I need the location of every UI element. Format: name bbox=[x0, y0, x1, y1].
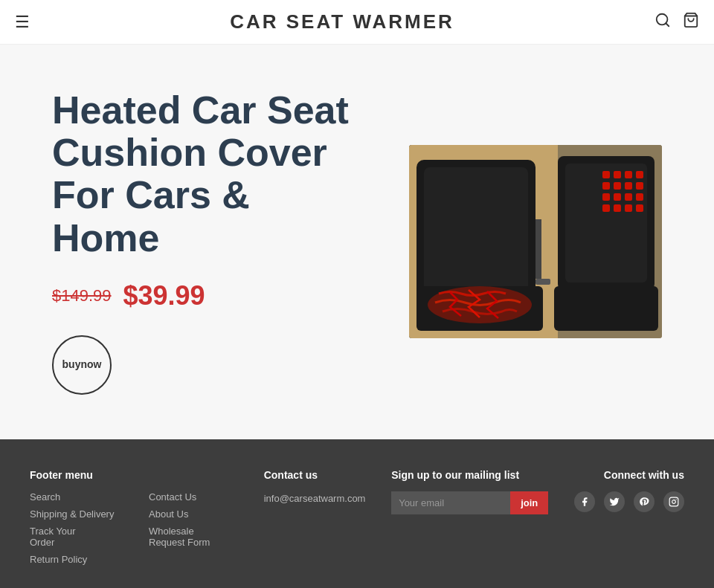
footer-menu-title: Footer menu bbox=[30, 469, 238, 481]
svg-line-1 bbox=[666, 23, 669, 26]
svg-rect-31 bbox=[669, 497, 678, 506]
svg-rect-14 bbox=[625, 171, 632, 178]
svg-rect-22 bbox=[625, 193, 632, 201]
footer: Footer menu Search Shipping & Delivery T… bbox=[0, 439, 714, 588]
mailing-input-row: join bbox=[391, 491, 548, 514]
svg-rect-20 bbox=[602, 193, 610, 201]
svg-rect-15 bbox=[636, 171, 643, 178]
hero-content: Heated Car Seat Cushion Cover For Cars &… bbox=[52, 89, 364, 395]
footer-contact-section: Contact us info@carseatwarm.com bbox=[264, 469, 366, 571]
footer-top: Footer menu Search Shipping & Delivery T… bbox=[30, 469, 684, 571]
instagram-icon[interactable] bbox=[663, 491, 684, 512]
pinterest-icon[interactable] bbox=[634, 491, 654, 512]
footer-link-track[interactable]: Track YourOrder bbox=[30, 526, 119, 548]
cart-icon[interactable] bbox=[683, 12, 699, 33]
search-icon[interactable] bbox=[654, 12, 671, 33]
footer-link-return[interactable]: Return Policy bbox=[30, 554, 119, 565]
footer-link-contact[interactable]: Contact Us bbox=[149, 491, 238, 503]
svg-rect-30 bbox=[536, 279, 550, 285]
facebook-icon[interactable] bbox=[574, 491, 595, 512]
svg-rect-17 bbox=[614, 182, 621, 190]
header: ☰ CAR SEAT WARMER bbox=[0, 0, 714, 45]
twitter-icon[interactable] bbox=[604, 491, 625, 512]
svg-rect-18 bbox=[625, 182, 632, 190]
sale-price: $39.99 bbox=[123, 280, 205, 311]
footer-connect-title: Connect with us bbox=[574, 469, 684, 481]
footer-col-1: Search Shipping & Delivery Track YourOrd… bbox=[30, 491, 119, 571]
footer-mailing-title: Sign up to our mailing list bbox=[391, 469, 548, 481]
svg-rect-29 bbox=[536, 219, 541, 279]
header-left: ☰ bbox=[15, 13, 30, 32]
social-icons bbox=[574, 491, 684, 512]
header-right bbox=[654, 12, 699, 33]
hero-section: Heated Car Seat Cushion Cover For Cars &… bbox=[0, 45, 714, 439]
svg-rect-24 bbox=[602, 204, 610, 212]
svg-rect-25 bbox=[614, 204, 621, 212]
svg-rect-26 bbox=[625, 204, 632, 212]
svg-rect-27 bbox=[636, 204, 643, 212]
header-center: CAR SEAT WARMER bbox=[30, 10, 654, 33]
email-input[interactable] bbox=[391, 491, 510, 514]
footer-link-wholesale[interactable]: WholesaleRequest Form bbox=[149, 526, 238, 548]
footer-link-search[interactable]: Search bbox=[30, 491, 119, 503]
join-button[interactable]: join bbox=[510, 491, 548, 514]
footer-link-about[interactable]: About Us bbox=[149, 508, 238, 520]
footer-col-2: Contact Us About Us WholesaleRequest For… bbox=[149, 491, 238, 571]
svg-rect-23 bbox=[636, 193, 643, 201]
price-container: $149.99 $39.99 bbox=[52, 280, 364, 311]
original-price: $149.99 bbox=[52, 286, 112, 306]
hero-product-image bbox=[409, 145, 662, 338]
svg-rect-7 bbox=[424, 167, 528, 301]
footer-menu-cols: Search Shipping & Delivery Track YourOrd… bbox=[30, 491, 238, 571]
footer-connect-section: Connect with us bbox=[574, 469, 684, 571]
site-title: CAR SEAT WARMER bbox=[230, 10, 454, 33]
footer-contact-email: info@carseatwarm.com bbox=[264, 493, 366, 504]
svg-rect-28 bbox=[554, 286, 658, 331]
svg-rect-12 bbox=[602, 171, 610, 178]
svg-rect-19 bbox=[636, 182, 643, 190]
hamburger-icon[interactable]: ☰ bbox=[15, 13, 30, 32]
footer-mailing-section: Sign up to our mailing list join bbox=[391, 469, 548, 571]
svg-rect-21 bbox=[614, 193, 621, 201]
svg-rect-11 bbox=[565, 164, 647, 282]
footer-link-shipping[interactable]: Shipping & Delivery bbox=[30, 508, 119, 520]
svg-rect-16 bbox=[602, 182, 610, 190]
hero-title: Heated Car Seat Cushion Cover For Cars &… bbox=[52, 89, 364, 259]
footer-menu-section: Footer menu Search Shipping & Delivery T… bbox=[30, 469, 238, 571]
buy-now-button[interactable]: buynow bbox=[52, 335, 112, 395]
footer-contact-title: Contact us bbox=[264, 469, 366, 481]
svg-rect-13 bbox=[614, 171, 621, 178]
